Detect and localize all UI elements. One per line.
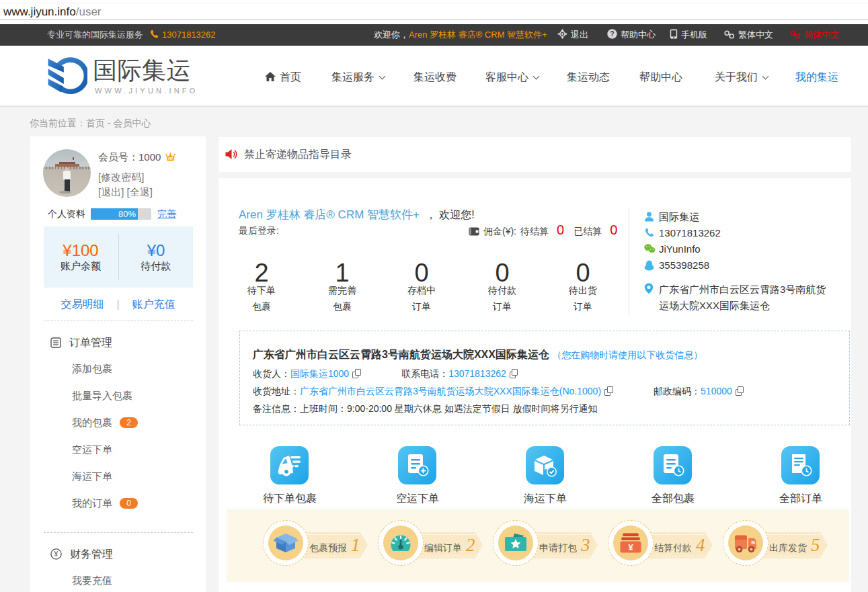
svg-text:VIP: VIP: [167, 157, 173, 161]
svg-text:¥: ¥: [54, 550, 58, 558]
svg-text:?: ?: [610, 30, 614, 38]
svg-text:¥: ¥: [628, 542, 633, 552]
